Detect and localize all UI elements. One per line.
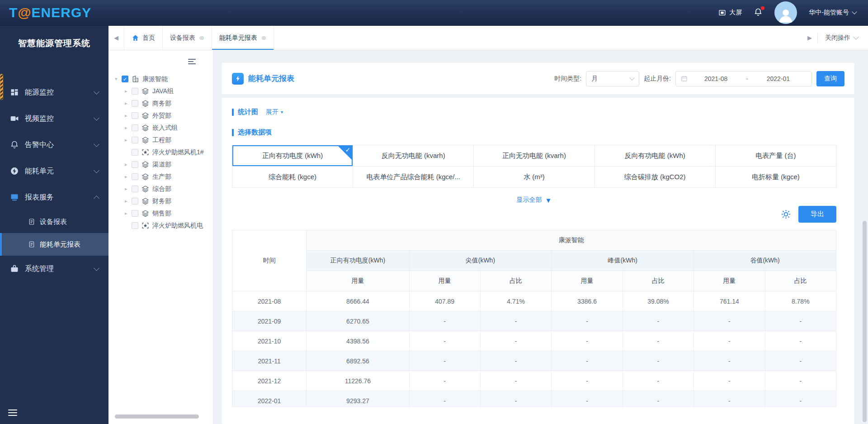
page-vertical-scrollbar[interactable] (863, 221, 867, 422)
caret-right-icon[interactable]: ▸ (125, 174, 132, 180)
sidebar-collapse-button[interactable] (8, 408, 17, 418)
tree-item[interactable]: ▸财务部 (115, 195, 213, 207)
data-item-label: 电表单位产品综合能耗 (kgce/... (367, 173, 461, 181)
data-item-button[interactable]: 电折标量 (kgce) (716, 167, 836, 188)
caret-down-icon[interactable]: ▾ (115, 76, 122, 82)
data-item-button[interactable]: 水 (m³) (474, 167, 594, 188)
checkbox-unchecked[interactable] (132, 100, 138, 107)
sidebar-scroll-indicator[interactable] (0, 74, 3, 100)
system-manage-icon (10, 264, 19, 273)
data-item-button[interactable]: 电表产量 (台) (716, 145, 836, 167)
close-icon[interactable]: ⊗ (199, 34, 204, 41)
tree-item[interactable]: ▸综合部 (115, 183, 213, 195)
checkbox-unchecked[interactable] (132, 186, 138, 192)
logo-text: T (9, 5, 18, 20)
tree-item[interactable]: ▸JAVA组 (115, 85, 213, 97)
date-end-value[interactable]: 2022-01 (750, 75, 807, 82)
sidebar-item-video-monitor[interactable]: 视频监控 (0, 105, 108, 132)
caret-right-icon[interactable]: ▸ (125, 186, 132, 192)
caret-right-icon[interactable]: ▸ (125, 100, 132, 106)
avatar[interactable] (774, 1, 797, 24)
checkbox-unchecked[interactable] (132, 222, 138, 229)
close-icon[interactable]: ⊗ (261, 34, 266, 41)
value-cell: - (694, 331, 765, 351)
calendar-icon (681, 75, 688, 82)
data-item-button[interactable]: 正向无功电能 (kvarh) (474, 145, 594, 167)
data-item-button[interactable]: 正向有功电度 (kWh)✓ (232, 145, 353, 167)
tree-horizontal-scrollbar[interactable] (115, 414, 199, 419)
sidebar-item-report-service[interactable]: 报表服务 (0, 184, 108, 210)
checkbox-unchecked[interactable] (132, 88, 138, 95)
chart-expand-toggle[interactable]: 展开 ▾ (266, 108, 283, 116)
checkbox-unchecked[interactable] (132, 210, 138, 217)
home-icon (132, 34, 139, 42)
caret-right-icon[interactable]: ▸ (125, 125, 132, 131)
tree-item[interactable]: ▸销售部 (115, 207, 213, 219)
value-cell: - (480, 351, 551, 371)
checkbox-unchecked[interactable] (132, 137, 138, 143)
sidebar-subitem-energy-unit-report[interactable]: 能耗单元报表 (0, 233, 108, 256)
sidebar-item-label: 告警中心 (25, 140, 54, 150)
checkbox-unchecked[interactable] (132, 198, 138, 205)
tree-item[interactable]: ▸生产部 (115, 171, 213, 183)
time-type-select[interactable]: 月 (586, 71, 639, 86)
checkbox-unchecked[interactable] (132, 112, 138, 119)
tab-energy-unit-report[interactable]: 能耗单元报表⊗ (212, 26, 274, 50)
date-range-label: 起止月份: (644, 75, 671, 83)
data-item-button[interactable]: 反向无功电能 (kvarh) (353, 145, 474, 167)
account-menu[interactable]: 华中-能管账号 (809, 9, 856, 17)
caret-right-icon[interactable]: ▸ (125, 113, 132, 119)
checkbox-unchecked[interactable] (132, 173, 138, 180)
checkbox-unchecked[interactable] (132, 124, 138, 131)
data-item-button[interactable]: 综合能耗 (kgce) (232, 167, 353, 188)
data-item-section-label: 选择数据项 (238, 128, 272, 137)
tree-item[interactable]: ▸嵌入式组 (115, 122, 213, 134)
tab-home[interactable]: 首页 (124, 26, 163, 50)
report-body-card: 统计图 展开 ▾ 选择数据项 正向有功电度 (kWh)✓反向无功电能 (kvar… (222, 98, 854, 424)
sidebar-subitem-device-report[interactable]: 设备报表 (0, 210, 108, 233)
sub-column-header: 用量 (694, 271, 765, 291)
data-item-label: 综合碳排放 (kgCO2) (624, 173, 686, 181)
report-service-icon (10, 193, 19, 202)
sidebar-item-alarm-center[interactable]: 告警中心 (0, 132, 108, 158)
sidebar-item-energy-monitor[interactable]: 能源监控 (0, 79, 108, 105)
caret-right-icon[interactable]: ▸ (125, 198, 132, 204)
tree-item[interactable]: 淬火炉助燃风机1# (115, 146, 213, 158)
close-operations-dropdown[interactable]: 关闭操作 (818, 34, 868, 42)
notification-bell-button[interactable] (754, 8, 763, 18)
month-range-picker[interactable]: 2021-08 - 2022-01 (675, 71, 812, 86)
sidebar-item-energy-unit[interactable]: 能耗单元 (0, 158, 108, 184)
data-item-button[interactable]: 综合碳排放 (kgCO2) (595, 167, 716, 188)
tabs-scroll-right-button[interactable]: ▶ (802, 34, 817, 41)
tree-item-root[interactable]: ▾✓康派智能 (115, 73, 213, 85)
export-button[interactable]: 导出 (798, 206, 836, 223)
tree-item[interactable]: ▸工程部 (115, 134, 213, 146)
show-all-button[interactable]: 显示全部 ▼ (517, 196, 552, 204)
tree-item[interactable]: ▸商务部 (115, 97, 213, 110)
tabs-scroll-left-button[interactable]: ◀ (108, 34, 124, 41)
tree-item[interactable]: ▸外贸部 (115, 110, 213, 122)
data-item-button[interactable]: 反向有功电能 (kWh) (595, 145, 716, 167)
sidebar-item-system-manage[interactable]: 系统管理 (0, 256, 108, 282)
value-cell: 6892.56 (307, 351, 409, 371)
checkbox-checked[interactable]: ✓ (122, 76, 128, 82)
table-row: 2021-096270.65------ (232, 311, 836, 331)
caret-right-icon[interactable]: ▸ (125, 88, 132, 94)
report-header-card: 能耗单元报表 时间类型: 月 起止月份: 2021-08 (222, 63, 854, 94)
tab-device-report[interactable]: 设备报表⊗ (163, 26, 212, 50)
sub-column-header: 用量 (307, 271, 409, 291)
caret-right-icon[interactable]: ▸ (125, 162, 132, 167)
date-start-value[interactable]: 2021-08 (688, 75, 744, 82)
gear-icon[interactable] (781, 209, 791, 219)
query-button[interactable]: 查询 (816, 71, 844, 86)
tree-collapse-icon[interactable] (188, 57, 196, 66)
checkbox-unchecked[interactable] (132, 149, 138, 156)
data-item-button[interactable]: 电表单位产品综合能耗 (kgce/... (353, 167, 474, 188)
big-screen-button[interactable]: 大屏 (718, 9, 742, 17)
tree-item[interactable]: ▸渠道部 (115, 158, 213, 171)
caret-right-icon[interactable]: ▸ (125, 137, 132, 143)
caret-right-icon[interactable]: ▸ (125, 210, 132, 216)
checkbox-unchecked[interactable] (132, 161, 138, 168)
tree-item[interactable]: 淬火炉助燃风机电 (115, 219, 213, 232)
value-cell: 4.71% (480, 291, 551, 311)
